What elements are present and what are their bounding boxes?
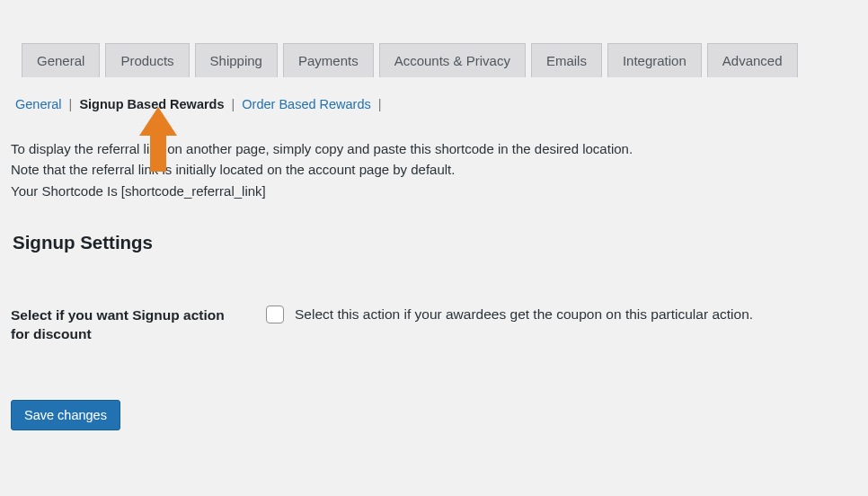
separator: |: [69, 97, 73, 111]
form-label: Select if you want Signup action for dis…: [11, 306, 266, 344]
tab-general[interactable]: General: [22, 43, 100, 77]
separator: |: [378, 97, 382, 111]
tab-shipping[interactable]: Shipping: [195, 43, 278, 77]
tab-accounts-privacy[interactable]: Accounts & Privacy: [379, 43, 526, 77]
description-line3: Your Shortcode Is [shortcode_referral_li…: [11, 181, 868, 201]
sub-tabs: General | Signup Based Rewards | Order B…: [0, 77, 868, 111]
tab-payments[interactable]: Payments: [283, 43, 374, 77]
subtab-order-based-rewards[interactable]: Order Based Rewards: [240, 97, 372, 111]
checkbox-description: Select this action if your awardees get …: [295, 306, 753, 323]
settings-heading: Signup Settings: [0, 201, 868, 253]
tab-emails[interactable]: Emails: [531, 43, 602, 77]
tab-advanced[interactable]: Advanced: [707, 43, 798, 77]
form-row-signup-action: Select if you want Signup action for dis…: [0, 253, 868, 344]
description-block: To display the referral link on another …: [0, 111, 868, 201]
main-tabs: General Products Shipping Payments Accou…: [0, 0, 868, 77]
tab-integration[interactable]: Integration: [607, 43, 702, 77]
subtab-general[interactable]: General: [13, 97, 64, 111]
signup-action-checkbox[interactable]: [266, 306, 284, 323]
form-control: Select this action if your awardees get …: [266, 306, 753, 323]
svg-marker-0: [139, 107, 177, 172]
save-changes-button[interactable]: Save changes: [11, 400, 120, 430]
arrow-up-icon: [139, 107, 177, 175]
separator: |: [232, 97, 235, 111]
tab-products[interactable]: Products: [105, 43, 189, 77]
